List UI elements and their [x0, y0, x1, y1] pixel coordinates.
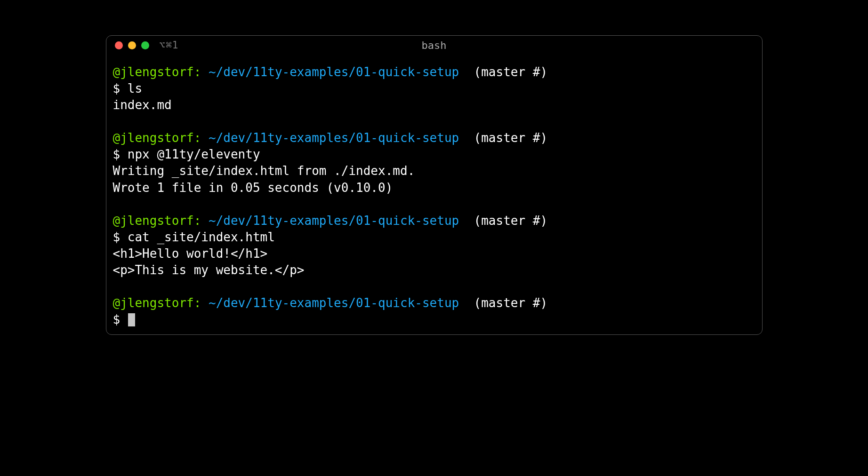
prompt-user: @jlengstorf: [113, 214, 201, 228]
prompt-user: @jlengstorf: [113, 131, 201, 145]
prompt-branch: (master #) [474, 214, 548, 228]
output-line: Wrote 1 file in 0.05 seconds (v0.10.0) [113, 180, 755, 196]
window-title: bash [422, 40, 447, 51]
terminal-block: @jlengstorf: ~/dev/11ty-examples/01-quic… [113, 213, 755, 278]
terminal-body[interactable]: @jlengstorf: ~/dev/11ty-examples/01-quic… [106, 55, 762, 334]
terminal-block: @jlengstorf: ~/dev/11ty-examples/01-quic… [113, 64, 755, 113]
output-line: <h1>Hello world!</h1> [113, 246, 755, 262]
prompt-line: @jlengstorf: ~/dev/11ty-examples/01-quic… [113, 130, 755, 146]
output-line: <p>This is my website.</p> [113, 262, 755, 278]
prompt-user: @jlengstorf: [113, 296, 201, 310]
prompt-path: ~/dev/11ty-examples/01-quick-setup [209, 296, 459, 310]
command-text: npx @11ty/eleventy [128, 147, 260, 161]
traffic-lights [115, 41, 149, 49]
command-line: $ cat _site/index.html [113, 229, 755, 246]
prompt-branch: (master #) [474, 296, 548, 310]
command-line: $ npx @11ty/eleventy [113, 146, 755, 163]
command-line: $ [113, 311, 755, 328]
minimize-icon[interactable] [128, 41, 136, 49]
close-icon[interactable] [115, 41, 123, 49]
prompt-line: @jlengstorf: ~/dev/11ty-examples/01-quic… [113, 64, 755, 80]
title-bar: ⌥⌘1 bash [106, 36, 762, 55]
prompt-symbol: $ [113, 312, 121, 326]
output-line: index.md [113, 97, 755, 113]
cursor-icon [128, 313, 135, 326]
prompt-path: ~/dev/11ty-examples/01-quick-setup [209, 65, 459, 79]
prompt-user: @jlengstorf: [113, 65, 201, 79]
prompt-symbol: $ [113, 147, 121, 161]
prompt-symbol: $ [113, 81, 121, 95]
prompt-branch: (master #) [474, 65, 548, 79]
prompt-path: ~/dev/11ty-examples/01-quick-setup [209, 214, 459, 228]
tab-indicator: ⌥⌘1 [160, 40, 179, 51]
command-text: ls [128, 81, 142, 95]
command-text: cat _site/index.html [128, 230, 275, 244]
prompt-line: @jlengstorf: ~/dev/11ty-examples/01-quic… [113, 295, 755, 311]
terminal-block: @jlengstorf: ~/dev/11ty-examples/01-quic… [113, 295, 755, 328]
prompt-symbol: $ [113, 230, 121, 244]
terminal-block: @jlengstorf: ~/dev/11ty-examples/01-quic… [113, 130, 755, 196]
terminal-window: ⌥⌘1 bash @jlengstorf: ~/dev/11ty-example… [106, 35, 763, 335]
zoom-icon[interactable] [141, 41, 149, 49]
command-line: $ ls [113, 80, 755, 97]
output-line: Writing _site/index.html from ./index.md… [113, 163, 755, 179]
prompt-path: ~/dev/11ty-examples/01-quick-setup [209, 131, 459, 145]
prompt-branch: (master #) [474, 131, 548, 145]
prompt-line: @jlengstorf: ~/dev/11ty-examples/01-quic… [113, 213, 755, 229]
